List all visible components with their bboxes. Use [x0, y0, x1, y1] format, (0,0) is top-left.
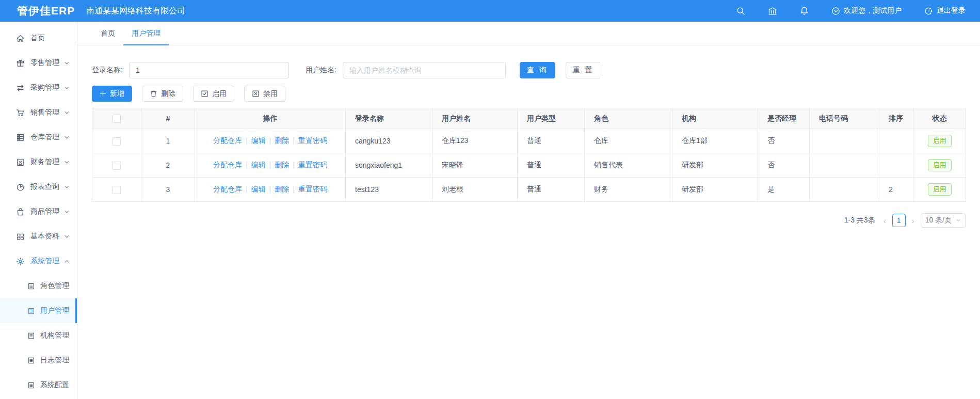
assign-warehouse-link[interactable]: 分配仓库 — [213, 136, 242, 145]
cell-login: songxiaofeng1 — [346, 153, 432, 178]
sidebar-item-label: 仓库管理 — [30, 133, 64, 142]
sidebar-item-label: 系统配置 — [40, 380, 70, 390]
bank-icon[interactable] — [768, 7, 777, 15]
row-checkbox[interactable] — [113, 137, 121, 146]
row-checkbox[interactable] — [113, 186, 121, 194]
delete-button[interactable]: 删除 — [142, 86, 183, 102]
cell-role: 仓库 — [585, 129, 672, 153]
prev-page-button[interactable]: ‹ — [882, 216, 887, 225]
sidebar-item-label: 日志管理 — [40, 356, 70, 365]
x-square-icon — [252, 90, 260, 98]
sidebar-item-label: 采购管理 — [30, 83, 64, 92]
edit-link[interactable]: 编辑 — [251, 136, 266, 145]
cell-org: 研发部 — [672, 153, 758, 178]
reset-password-link[interactable]: 重置密码 — [298, 161, 327, 169]
logout-button[interactable]: 退出登录 — [924, 6, 966, 15]
bell-icon[interactable] — [800, 6, 809, 15]
cell-name: 宋晓锋 — [432, 153, 518, 178]
sidebar-item-org-mgmt[interactable]: 机构管理 — [0, 323, 77, 348]
table-row: 2 分配仓库|编辑|删除|重置密码 songxiaofeng1 宋晓锋 普通 销… — [92, 153, 966, 178]
sidebar-item-system[interactable]: 系统管理 — [0, 249, 77, 274]
users-table: # 操作 登录名称 用户姓名 用户类型 角色 机构 是否经理 电话号码 排序 状… — [92, 108, 966, 202]
next-page-button[interactable]: › — [911, 216, 915, 225]
sidebar-item-sales[interactable]: 销售管理 — [0, 100, 77, 125]
delete-link[interactable]: 删除 — [275, 136, 289, 145]
home-icon — [16, 34, 25, 43]
edit-link[interactable]: 编辑 — [251, 185, 266, 193]
tab-user-mgmt[interactable]: 用户管理 — [123, 22, 169, 45]
sidebar-item-label: 系统管理 — [30, 257, 64, 266]
page-number-1[interactable]: 1 — [892, 214, 906, 227]
query-button[interactable]: 查 询 — [520, 62, 555, 78]
sidebar-item-home[interactable]: 首页 — [0, 26, 77, 51]
sidebar-item-label: 机构管理 — [40, 331, 70, 340]
sidebar-item-finance[interactable]: 财务管理 — [0, 150, 77, 174]
chevron-down-icon — [64, 159, 70, 165]
assign-warehouse-link[interactable]: 分配仓库 — [213, 161, 242, 169]
cart-icon — [16, 108, 25, 117]
status-badge: 启用 — [928, 159, 952, 171]
swap-icon — [16, 84, 25, 92]
cell-actions: 分配仓库|编辑|删除|重置密码 — [195, 129, 346, 153]
status-badge: 启用 — [928, 135, 952, 147]
company-name: 南通某某网络科技有限公司 — [86, 6, 185, 17]
header-actions: 欢迎您，测试用户 退出登录 — [714, 6, 980, 15]
reset-button[interactable]: 重 置 — [566, 62, 601, 78]
sidebar-item-warehouse[interactable]: 仓库管理 — [0, 125, 77, 150]
enable-button[interactable]: 启用 — [193, 86, 234, 102]
sidebar-item-user-mgmt[interactable]: 用户管理 — [0, 298, 77, 323]
cell-manager: 否 — [758, 129, 810, 153]
edit-link[interactable]: 编辑 — [251, 161, 266, 169]
page-content: 登录名称: 用户姓名: 查 询 重 置 新增 删除 启用 — [77, 62, 980, 228]
login-name-input[interactable] — [129, 62, 289, 78]
gear-icon — [16, 257, 25, 266]
chevron-down-icon — [64, 184, 70, 190]
cell-type: 普通 — [518, 153, 585, 178]
delete-link[interactable]: 删除 — [275, 185, 289, 193]
search-icon[interactable] — [736, 7, 745, 15]
delete-link[interactable]: 删除 — [275, 161, 289, 169]
user-name-input[interactable] — [343, 62, 506, 78]
sidebar-item-basic-data[interactable]: 基本资料 — [0, 224, 77, 249]
cell-org: 仓库1部 — [672, 129, 758, 153]
doc-icon — [27, 307, 35, 315]
cell-manager: 否 — [758, 153, 810, 178]
plus-icon — [100, 90, 106, 97]
finance-icon — [16, 158, 25, 167]
row-checkbox[interactable] — [113, 162, 121, 170]
cell-type: 普通 — [518, 178, 585, 202]
disable-button-label: 禁用 — [263, 89, 278, 99]
user-menu[interactable]: 欢迎您，测试用户 — [831, 6, 902, 15]
sidebar-item-label: 用户管理 — [40, 306, 70, 315]
disable-button[interactable]: 禁用 — [244, 86, 285, 102]
cell-role: 财务 — [585, 178, 672, 202]
tab-home[interactable]: 首页 — [92, 22, 123, 45]
col-actions: 操作 — [195, 108, 346, 129]
cell-manager: 是 — [758, 178, 810, 202]
sidebar-item-label: 财务管理 — [30, 157, 64, 167]
add-button[interactable]: 新增 — [92, 86, 132, 102]
col-name: 用户姓名 — [432, 108, 518, 129]
assign-warehouse-link[interactable]: 分配仓库 — [213, 185, 242, 193]
col-role: 角色 — [585, 108, 672, 129]
cell-sort: 2 — [879, 178, 913, 202]
sidebar-item-role-mgmt[interactable]: 角色管理 — [0, 274, 77, 298]
cell-name: 仓库123 — [432, 129, 518, 153]
pie-chart-icon — [16, 183, 25, 191]
page-size-select[interactable]: 10 条/页 — [921, 213, 966, 228]
sidebar-item-purchase[interactable]: 采购管理 — [0, 75, 77, 100]
sidebar-item-retail[interactable]: 零售管理 — [0, 51, 77, 75]
app-header: 管伊佳ERP 南通某某网络科技有限公司 欢迎您，测试用户 退出登录 — [0, 0, 980, 22]
reset-password-link[interactable]: 重置密码 — [298, 185, 327, 193]
sidebar-item-system-config[interactable]: 系统配置 — [0, 373, 77, 397]
sidebar-item-goods[interactable]: 商品管理 — [0, 199, 77, 224]
sidebar-item-reports[interactable]: 报表查询 — [0, 174, 77, 199]
tab-bar: 首页 用户管理 — [77, 22, 980, 45]
logout-icon — [924, 7, 933, 15]
main-area: 首页 用户管理 登录名称: 用户姓名: 查 询 重 置 新增 — [77, 22, 980, 399]
select-all-checkbox[interactable] — [113, 115, 121, 123]
chevron-up-icon — [64, 259, 70, 264]
sidebar-item-log-mgmt[interactable]: 日志管理 — [0, 348, 77, 373]
sidebar-item-label: 角色管理 — [40, 281, 70, 291]
reset-password-link[interactable]: 重置密码 — [298, 136, 327, 145]
